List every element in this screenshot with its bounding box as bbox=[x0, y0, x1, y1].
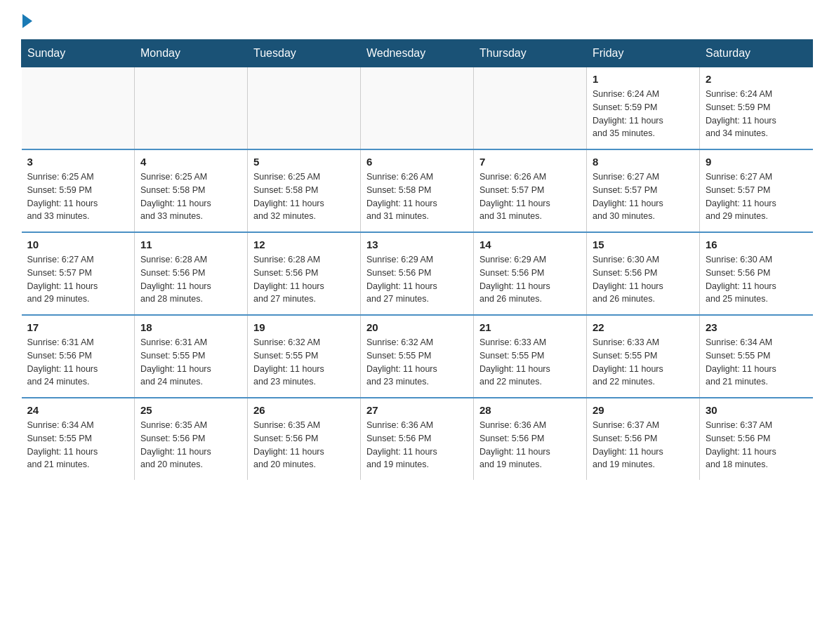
day-info: Sunrise: 6:26 AM Sunset: 5:57 PM Dayligh… bbox=[479, 170, 581, 223]
calendar-cell: 4Sunrise: 6:25 AM Sunset: 5:58 PM Daylig… bbox=[135, 149, 248, 232]
day-info: Sunrise: 6:28 AM Sunset: 5:56 PM Dayligh… bbox=[253, 253, 355, 306]
calendar-week-row: 24Sunrise: 6:34 AM Sunset: 5:55 PM Dayli… bbox=[22, 398, 813, 480]
day-info: Sunrise: 6:29 AM Sunset: 5:56 PM Dayligh… bbox=[479, 253, 581, 306]
day-info: Sunrise: 6:30 AM Sunset: 5:56 PM Dayligh… bbox=[593, 253, 694, 306]
calendar-week-row: 3Sunrise: 6:25 AM Sunset: 5:59 PM Daylig… bbox=[22, 149, 813, 232]
calendar-cell: 25Sunrise: 6:35 AM Sunset: 5:56 PM Dayli… bbox=[135, 398, 248, 480]
day-info: Sunrise: 6:24 AM Sunset: 5:59 PM Dayligh… bbox=[706, 88, 807, 140]
day-number: 10 bbox=[27, 239, 129, 250]
column-header-wednesday: Wednesday bbox=[361, 40, 474, 67]
calendar-cell: 30Sunrise: 6:37 AM Sunset: 5:56 PM Dayli… bbox=[700, 398, 813, 480]
calendar-cell: 9Sunrise: 6:27 AM Sunset: 5:57 PM Daylig… bbox=[700, 149, 813, 232]
calendar-cell: 7Sunrise: 6:26 AM Sunset: 5:57 PM Daylig… bbox=[474, 149, 587, 232]
calendar-cell: 27Sunrise: 6:36 AM Sunset: 5:56 PM Dayli… bbox=[361, 398, 474, 480]
day-info: Sunrise: 6:25 AM Sunset: 5:58 PM Dayligh… bbox=[253, 170, 355, 223]
day-info: Sunrise: 6:37 AM Sunset: 5:56 PM Dayligh… bbox=[706, 419, 807, 471]
column-header-friday: Friday bbox=[587, 40, 700, 67]
day-info: Sunrise: 6:34 AM Sunset: 5:55 PM Dayligh… bbox=[706, 336, 807, 389]
day-info: Sunrise: 6:26 AM Sunset: 5:58 PM Dayligh… bbox=[366, 170, 468, 223]
calendar-table: SundayMondayTuesdayWednesdayThursdayFrid… bbox=[21, 39, 813, 480]
calendar-cell bbox=[22, 67, 135, 150]
calendar-cell: 24Sunrise: 6:34 AM Sunset: 5:55 PM Dayli… bbox=[22, 398, 135, 480]
column-header-monday: Monday bbox=[135, 40, 248, 67]
calendar-cell: 22Sunrise: 6:33 AM Sunset: 5:55 PM Dayli… bbox=[587, 315, 700, 398]
day-info: Sunrise: 6:24 AM Sunset: 5:59 PM Dayligh… bbox=[593, 88, 694, 140]
day-info: Sunrise: 6:31 AM Sunset: 5:56 PM Dayligh… bbox=[27, 336, 129, 389]
day-number: 23 bbox=[706, 321, 807, 333]
day-info: Sunrise: 6:25 AM Sunset: 5:58 PM Dayligh… bbox=[140, 170, 241, 223]
day-info: Sunrise: 6:29 AM Sunset: 5:56 PM Dayligh… bbox=[366, 253, 468, 306]
calendar-week-row: 1Sunrise: 6:24 AM Sunset: 5:59 PM Daylig… bbox=[22, 67, 813, 150]
calendar-cell: 2Sunrise: 6:24 AM Sunset: 5:59 PM Daylig… bbox=[700, 67, 813, 150]
calendar-cell: 10Sunrise: 6:27 AM Sunset: 5:57 PM Dayli… bbox=[22, 232, 135, 315]
day-info: Sunrise: 6:35 AM Sunset: 5:56 PM Dayligh… bbox=[253, 419, 355, 471]
calendar-cell: 5Sunrise: 6:25 AM Sunset: 5:58 PM Daylig… bbox=[248, 149, 361, 232]
day-number: 22 bbox=[593, 321, 694, 333]
calendar-cell bbox=[361, 67, 474, 150]
day-number: 30 bbox=[706, 404, 807, 416]
calendar-cell: 12Sunrise: 6:28 AM Sunset: 5:56 PM Dayli… bbox=[248, 232, 361, 315]
day-number: 19 bbox=[253, 321, 355, 333]
day-number: 27 bbox=[366, 404, 468, 416]
column-header-sunday: Sunday bbox=[22, 40, 135, 67]
day-info: Sunrise: 6:34 AM Sunset: 5:55 PM Dayligh… bbox=[27, 419, 129, 471]
day-number: 9 bbox=[706, 156, 807, 168]
logo bbox=[21, 14, 34, 25]
day-info: Sunrise: 6:33 AM Sunset: 5:55 PM Dayligh… bbox=[593, 336, 694, 389]
day-info: Sunrise: 6:31 AM Sunset: 5:55 PM Dayligh… bbox=[140, 336, 241, 389]
day-number: 5 bbox=[253, 156, 355, 168]
day-number: 21 bbox=[479, 321, 581, 333]
calendar-cell: 3Sunrise: 6:25 AM Sunset: 5:59 PM Daylig… bbox=[22, 149, 135, 232]
column-header-thursday: Thursday bbox=[474, 40, 587, 67]
day-info: Sunrise: 6:32 AM Sunset: 5:55 PM Dayligh… bbox=[253, 336, 355, 389]
day-number: 20 bbox=[366, 321, 468, 333]
calendar-cell bbox=[135, 67, 248, 150]
day-number: 26 bbox=[253, 404, 355, 416]
calendar-cell: 1Sunrise: 6:24 AM Sunset: 5:59 PM Daylig… bbox=[587, 67, 700, 150]
day-info: Sunrise: 6:25 AM Sunset: 5:59 PM Dayligh… bbox=[27, 170, 129, 223]
page-header bbox=[21, 14, 813, 25]
day-number: 24 bbox=[27, 404, 129, 416]
column-header-saturday: Saturday bbox=[700, 40, 813, 67]
day-number: 2 bbox=[706, 73, 807, 85]
calendar-cell bbox=[474, 67, 587, 150]
column-header-tuesday: Tuesday bbox=[248, 40, 361, 67]
calendar-cell: 23Sunrise: 6:34 AM Sunset: 5:55 PM Dayli… bbox=[700, 315, 813, 398]
day-number: 15 bbox=[593, 239, 694, 250]
calendar-cell: 26Sunrise: 6:35 AM Sunset: 5:56 PM Dayli… bbox=[248, 398, 361, 480]
day-number: 3 bbox=[27, 156, 129, 168]
calendar-cell: 17Sunrise: 6:31 AM Sunset: 5:56 PM Dayli… bbox=[22, 315, 135, 398]
calendar-cell: 6Sunrise: 6:26 AM Sunset: 5:58 PM Daylig… bbox=[361, 149, 474, 232]
day-number: 11 bbox=[140, 239, 241, 250]
calendar-cell: 11Sunrise: 6:28 AM Sunset: 5:56 PM Dayli… bbox=[135, 232, 248, 315]
day-info: Sunrise: 6:27 AM Sunset: 5:57 PM Dayligh… bbox=[593, 170, 694, 223]
calendar-week-row: 17Sunrise: 6:31 AM Sunset: 5:56 PM Dayli… bbox=[22, 315, 813, 398]
logo-triangle-icon bbox=[22, 14, 32, 28]
calendar-cell: 13Sunrise: 6:29 AM Sunset: 5:56 PM Dayli… bbox=[361, 232, 474, 315]
day-number: 13 bbox=[366, 239, 468, 250]
day-info: Sunrise: 6:36 AM Sunset: 5:56 PM Dayligh… bbox=[479, 419, 581, 471]
day-number: 17 bbox=[27, 321, 129, 333]
calendar-cell: 29Sunrise: 6:37 AM Sunset: 5:56 PM Dayli… bbox=[587, 398, 700, 480]
calendar-cell: 19Sunrise: 6:32 AM Sunset: 5:55 PM Dayli… bbox=[248, 315, 361, 398]
day-number: 1 bbox=[593, 73, 694, 85]
calendar-cell: 16Sunrise: 6:30 AM Sunset: 5:56 PM Dayli… bbox=[700, 232, 813, 315]
day-info: Sunrise: 6:28 AM Sunset: 5:56 PM Dayligh… bbox=[140, 253, 241, 306]
day-number: 16 bbox=[706, 239, 807, 250]
day-number: 6 bbox=[366, 156, 468, 168]
calendar-cell: 15Sunrise: 6:30 AM Sunset: 5:56 PM Dayli… bbox=[587, 232, 700, 315]
day-number: 12 bbox=[253, 239, 355, 250]
day-number: 7 bbox=[479, 156, 581, 168]
day-info: Sunrise: 6:27 AM Sunset: 5:57 PM Dayligh… bbox=[706, 170, 807, 223]
day-number: 14 bbox=[479, 239, 581, 250]
day-info: Sunrise: 6:32 AM Sunset: 5:55 PM Dayligh… bbox=[366, 336, 468, 389]
day-number: 28 bbox=[479, 404, 581, 416]
calendar-week-row: 10Sunrise: 6:27 AM Sunset: 5:57 PM Dayli… bbox=[22, 232, 813, 315]
calendar-header-row: SundayMondayTuesdayWednesdayThursdayFrid… bbox=[22, 40, 813, 67]
day-number: 29 bbox=[593, 404, 694, 416]
day-number: 25 bbox=[140, 404, 241, 416]
day-number: 4 bbox=[140, 156, 241, 168]
calendar-cell: 21Sunrise: 6:33 AM Sunset: 5:55 PM Dayli… bbox=[474, 315, 587, 398]
calendar-cell bbox=[248, 67, 361, 150]
calendar-cell: 8Sunrise: 6:27 AM Sunset: 5:57 PM Daylig… bbox=[587, 149, 700, 232]
